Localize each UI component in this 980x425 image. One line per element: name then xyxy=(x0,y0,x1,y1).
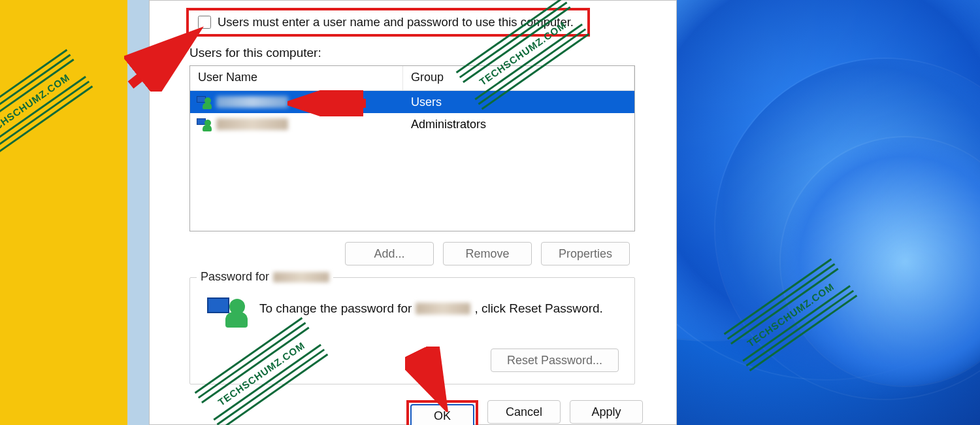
add-user-button[interactable]: Add... xyxy=(345,242,434,265)
user-row[interactable]: Administrators xyxy=(190,113,634,135)
password-group-legend-text: Password for xyxy=(201,270,269,284)
user-row[interactable]: Users xyxy=(190,91,634,113)
password-group-legend: Password for xyxy=(197,270,333,284)
annotation-arrow-user-row xyxy=(287,90,372,116)
password-msg-a: To change the password for xyxy=(259,301,412,316)
user-list-buttons: Add... Remove Properties xyxy=(345,242,630,265)
password-msg-b: , click Reset Password. xyxy=(474,301,602,316)
username-redacted xyxy=(416,303,470,314)
cancel-button[interactable]: Cancel xyxy=(487,400,561,424)
password-change-message: To change the password for , click Reset… xyxy=(259,301,603,316)
annotation-arrow-checkbox xyxy=(124,26,209,92)
svg-line-2 xyxy=(418,352,442,400)
username-redacted xyxy=(216,96,288,108)
apply-button[interactable]: Apply xyxy=(570,400,643,424)
username-redacted xyxy=(273,272,329,282)
user-icon xyxy=(197,95,211,109)
user-avatar-icon xyxy=(207,295,246,333)
reset-password-button[interactable]: Reset Password... xyxy=(491,348,619,372)
users-for-computer-label: Users for this computer: xyxy=(189,46,321,60)
remove-user-button[interactable]: Remove xyxy=(443,242,532,265)
users-list[interactable]: User Name Group Users Administrators xyxy=(189,65,635,231)
user-icon xyxy=(197,117,211,131)
watermark-text: TECHSCHUMZ.COM xyxy=(0,63,83,148)
watermark: TECHSCHUMZ.COM xyxy=(0,46,95,165)
require-password-checkbox-row: Users must enter a user name and passwor… xyxy=(186,8,590,37)
desktop-wallpaper xyxy=(676,0,980,425)
svg-line-0 xyxy=(131,38,189,85)
user-row-group: Administrators xyxy=(403,118,634,131)
user-row-group: Users xyxy=(403,95,634,109)
user-properties-button[interactable]: Properties xyxy=(541,242,630,265)
username-redacted xyxy=(216,118,288,130)
column-header-group[interactable]: Group xyxy=(403,66,634,90)
annotation-arrow-ok xyxy=(405,347,457,412)
users-list-header: User Name Group xyxy=(190,66,634,91)
require-password-label: Users must enter a user name and passwor… xyxy=(218,15,574,29)
column-header-username[interactable]: User Name xyxy=(190,66,403,90)
